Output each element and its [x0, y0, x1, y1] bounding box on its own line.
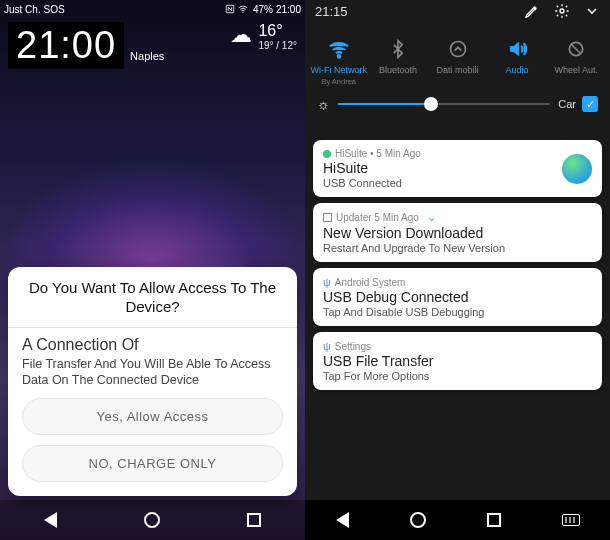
- wifi-icon: [328, 38, 350, 60]
- notif-line: USB Connected: [323, 177, 592, 189]
- recents-button[interactable]: [243, 509, 265, 531]
- bluetooth-icon: [387, 38, 409, 60]
- usb-icon: ψ: [323, 340, 331, 352]
- weather-range: 19° / 12°: [258, 40, 297, 51]
- home-button[interactable]: [410, 512, 426, 528]
- qs-label: Dati mobili: [437, 65, 479, 75]
- qs-label: Wi-Fi Network: [310, 65, 367, 75]
- qs-label: Audio: [505, 65, 528, 75]
- notif-title: USB File Transfer: [323, 353, 592, 369]
- auto-brightness-label: Car: [558, 98, 576, 110]
- notif-meta: Updater 5 Min Ago: [336, 212, 419, 223]
- brightness-row: ☼ Car ✓: [305, 88, 610, 124]
- weather-temp: 16°: [258, 22, 297, 40]
- recents-button[interactable]: [487, 513, 501, 527]
- city-label: Naples: [130, 50, 164, 62]
- hisuite-globe-icon: [562, 154, 592, 184]
- back-button[interactable]: [40, 509, 62, 531]
- dialog-subtitle: A Connection Of: [22, 336, 283, 354]
- qs-label: Wheel Aut.: [555, 65, 599, 75]
- brightness-icon: ☼: [317, 96, 330, 112]
- settings-icon[interactable]: [554, 3, 570, 19]
- qs-sublabel: By Andrea: [321, 77, 356, 86]
- statusbar-clock: 21:00: [276, 4, 301, 15]
- svg-point-3: [337, 55, 340, 58]
- qs-bluetooth[interactable]: Bluetooth: [368, 38, 427, 86]
- qs-audio[interactable]: Audio: [487, 38, 546, 86]
- notif-title: New Version Downloaded: [323, 225, 592, 241]
- brightness-slider[interactable]: [338, 103, 550, 105]
- lockscreen-panel: Just Ch. SOS 47% 21:00 21:00 Naples ☁ 16…: [0, 0, 305, 540]
- notif-meta: HiSuite • 5 Min Ago: [335, 148, 421, 159]
- auto-brightness-checkbox[interactable]: ✓: [582, 96, 598, 112]
- statusbar-time: 21:15: [315, 4, 348, 19]
- quick-settings: Wi-Fi Network By Andrea Bluetooth Dati m…: [305, 32, 610, 124]
- mobile-data-icon: [447, 38, 469, 60]
- updater-icon: [323, 213, 332, 222]
- qs-mobile-data[interactable]: Dati mobili: [428, 38, 487, 86]
- navbar-left: [0, 500, 305, 540]
- app-dot-icon: [323, 150, 331, 158]
- dialog-description: File Transfer And You Will Be Able To Ac…: [22, 356, 283, 389]
- notif-line: Tap And Disable USB Debugging: [323, 306, 592, 318]
- notif-title: HiSuite: [323, 160, 592, 176]
- chevron-down-icon[interactable]: [584, 3, 600, 19]
- statusbar-right: 21:15: [305, 0, 610, 22]
- qs-wifi[interactable]: Wi-Fi Network By Andrea: [309, 38, 368, 86]
- notif-meta: Android System: [335, 277, 406, 288]
- qs-label: Bluetooth: [379, 65, 417, 75]
- notification-updater[interactable]: Updater 5 Min Ago⌄ New Version Downloade…: [313, 203, 602, 262]
- notification-android-system[interactable]: ψAndroid System USB Debug Connected Tap …: [313, 268, 602, 326]
- weather-widget[interactable]: ☁ 16° 19° / 12°: [230, 22, 297, 51]
- home-button[interactable]: [141, 509, 163, 531]
- svg-point-1: [242, 12, 243, 13]
- statusbar-left: Just Ch. SOS 47% 21:00: [0, 0, 305, 18]
- svg-point-4: [450, 42, 465, 57]
- svg-point-2: [560, 9, 564, 13]
- qs-wheel-auto[interactable]: Wheel Aut.: [547, 38, 606, 86]
- notification-shade: 21:15 Wi-Fi Network By Andrea Bluetooth …: [305, 0, 610, 540]
- battery-label: 47%: [253, 4, 273, 15]
- keyboard-icon[interactable]: [562, 514, 580, 526]
- audio-icon: [506, 38, 528, 60]
- weather-icon: ☁: [230, 22, 252, 48]
- navbar-right: [305, 500, 610, 540]
- lockscreen-clock: 21:00: [8, 22, 124, 69]
- wheel-icon: [565, 38, 587, 60]
- usb-icon: ψ: [323, 276, 331, 288]
- charge-only-button[interactable]: NO, CHARGE ONLY: [22, 445, 283, 482]
- back-button[interactable]: [336, 512, 349, 528]
- wifi-icon: [238, 4, 248, 14]
- carrier-label: Just Ch. SOS: [4, 4, 65, 15]
- notification-settings[interactable]: ψSettings USB File Transfer Tap For More…: [313, 332, 602, 390]
- dialog-title: Do You Want To Allow Access To The Devic…: [22, 279, 283, 317]
- usb-access-dialog: Do You Want To Allow Access To The Devic…: [8, 267, 297, 496]
- notification-hisuite[interactable]: HiSuite • 5 Min Ago HiSuite USB Connecte…: [313, 140, 602, 197]
- nfc-icon: [225, 4, 235, 14]
- notif-title: USB Debug Connected: [323, 289, 592, 305]
- edit-icon[interactable]: [524, 3, 540, 19]
- notif-line: Restart And Upgrade To New Version: [323, 242, 592, 254]
- notif-meta: Settings: [335, 341, 371, 352]
- notif-line: Tap For More Options: [323, 370, 592, 382]
- allow-access-button[interactable]: Yes, Allow Access: [22, 398, 283, 435]
- chevron-down-icon[interactable]: ⌄: [427, 211, 436, 224]
